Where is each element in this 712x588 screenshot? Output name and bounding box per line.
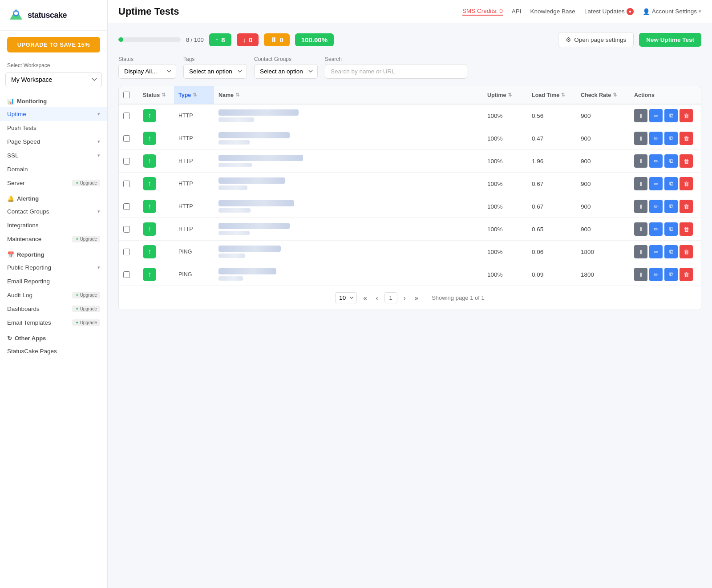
- edit-button[interactable]: ✏: [649, 200, 663, 213]
- sort-icon[interactable]: ⇅: [613, 92, 617, 98]
- delete-button[interactable]: 🗑: [680, 109, 693, 122]
- copy-button[interactable]: ⧉: [664, 109, 678, 122]
- sidebar-item-domain[interactable]: Domain: [0, 162, 107, 176]
- pause-button[interactable]: ⏸: [634, 245, 647, 258]
- copy-button[interactable]: ⧉: [664, 177, 678, 190]
- td-uptime: 100%: [483, 195, 527, 217]
- copy-button[interactable]: ⧉: [664, 222, 678, 236]
- sidebar-item-audit-log[interactable]: Audit Log ✦ Upgrade: [0, 288, 107, 302]
- status-filter-select[interactable]: Display All...: [118, 64, 176, 79]
- bell-icon: 🔔: [7, 195, 14, 202]
- td-type: HTTP: [174, 150, 214, 172]
- edit-button[interactable]: ✏: [649, 132, 663, 145]
- page-size-select[interactable]: 10: [335, 292, 357, 303]
- search-input[interactable]: [325, 64, 467, 79]
- pause-button[interactable]: ⏸: [634, 132, 647, 145]
- sidebar-item-statuscake-pages[interactable]: StatusCake Pages: [0, 344, 107, 358]
- last-page-button[interactable]: »: [412, 293, 421, 302]
- delete-button[interactable]: 🗑: [680, 245, 693, 258]
- th-type: Type ⇅: [174, 86, 214, 104]
- delete-button[interactable]: 🗑: [680, 200, 693, 213]
- edit-button[interactable]: ✏: [649, 268, 663, 281]
- row-checkbox[interactable]: [123, 158, 130, 165]
- edit-button[interactable]: ✏: [649, 154, 663, 168]
- td-uptime: 100%: [483, 127, 527, 149]
- sidebar-item-ssl[interactable]: SSL ▾: [0, 149, 107, 162]
- arrow-down-icon: ↓: [243, 36, 247, 44]
- down-count: ↓ 0: [237, 33, 259, 46]
- sidebar-item-contact-groups[interactable]: Contact Groups ▾: [0, 205, 107, 218]
- copy-button[interactable]: ⧉: [664, 200, 678, 213]
- delete-button[interactable]: 🗑: [680, 154, 693, 168]
- first-page-button[interactable]: «: [360, 293, 369, 302]
- edit-button[interactable]: ✏: [649, 177, 663, 190]
- row-checkbox[interactable]: [123, 226, 130, 233]
- sidebar-item-email-templates[interactable]: Email Templates ✦ Upgrade: [0, 316, 107, 330]
- sort-icon[interactable]: ⇅: [162, 92, 166, 98]
- contact-groups-filter-select[interactable]: Select an option: [254, 64, 318, 79]
- sort-icon[interactable]: ⇅: [561, 92, 565, 98]
- delete-button[interactable]: 🗑: [680, 268, 693, 281]
- row-checkbox[interactable]: [123, 135, 130, 142]
- copy-button[interactable]: ⧉: [664, 154, 678, 168]
- sort-icon[interactable]: ⇅: [235, 92, 239, 98]
- td-status: ↑: [138, 173, 174, 195]
- open-page-settings-button[interactable]: ⚙ Open page settings: [558, 32, 634, 47]
- name-blurred: [218, 155, 303, 161]
- row-checkbox[interactable]: [123, 271, 130, 278]
- table-row: ↑ HTTP 100% 0.67 900 ⏸ ✏ ⧉ 🗑: [119, 173, 701, 195]
- pause-button[interactable]: ⏸: [634, 200, 647, 213]
- pause-button[interactable]: ⏸: [634, 154, 647, 168]
- pause-button[interactable]: ⏸: [634, 268, 647, 281]
- select-all-checkbox[interactable]: [123, 92, 130, 98]
- latest-updates-link[interactable]: Latest Updates ●: [584, 8, 634, 15]
- row-checkbox[interactable]: [123, 181, 130, 187]
- workspace-select[interactable]: My Workspace: [5, 72, 102, 87]
- sidebar-item-maintenance[interactable]: Maintenance ✦ Upgrade: [0, 232, 107, 246]
- td-load-time: 0.06: [527, 241, 576, 263]
- prev-page-button[interactable]: ‹: [373, 293, 381, 302]
- sidebar-item-server[interactable]: Server ✦ Upgrade: [0, 176, 107, 190]
- edit-button[interactable]: ✏: [649, 109, 663, 122]
- upgrade-button[interactable]: UPGRADE TO SAVE 15%: [7, 37, 100, 52]
- upgrade-badge: ✦ Upgrade: [72, 180, 100, 186]
- td-check-rate: 900: [576, 150, 630, 172]
- row-checkbox[interactable]: [123, 113, 130, 119]
- td-actions: ⏸ ✏ ⧉ 🗑: [630, 127, 701, 149]
- td-name: [214, 105, 483, 127]
- row-checkbox[interactable]: [123, 249, 130, 255]
- sidebar-item-email-reporting[interactable]: Email Reporting: [0, 274, 107, 288]
- sms-credits-link[interactable]: SMS Credits: 0: [462, 8, 503, 16]
- sidebar-item-public-reporting[interactable]: Public Reporting ▾: [0, 261, 107, 274]
- knowledge-base-link[interactable]: Knowledge Base: [530, 8, 575, 15]
- delete-button[interactable]: 🗑: [680, 177, 693, 190]
- td-checkbox: [119, 150, 138, 172]
- delete-button[interactable]: 🗑: [680, 222, 693, 236]
- status-up-icon: ↑: [143, 268, 156, 281]
- tags-filter-select[interactable]: Select an option: [183, 64, 247, 79]
- sort-icon[interactable]: ⇅: [193, 92, 197, 98]
- next-page-button[interactable]: ›: [401, 293, 409, 302]
- pause-button[interactable]: ⏸: [634, 109, 647, 122]
- pause-button[interactable]: ⏸: [634, 177, 647, 190]
- copy-button[interactable]: ⧉: [664, 268, 678, 281]
- sidebar-item-dashboards[interactable]: Dashboards ✦ Upgrade: [0, 302, 107, 316]
- copy-button[interactable]: ⧉: [664, 245, 678, 258]
- copy-button[interactable]: ⧉: [664, 132, 678, 145]
- sidebar-item-integrations[interactable]: Integrations: [0, 218, 107, 232]
- api-link[interactable]: API: [512, 8, 522, 15]
- edit-button[interactable]: ✏: [649, 245, 663, 258]
- sidebar-item-page-speed[interactable]: Page Speed ▾: [0, 135, 107, 149]
- sidebar-item-push-tests[interactable]: Push Tests: [0, 121, 107, 135]
- new-uptime-test-button[interactable]: New Uptime Test: [639, 33, 701, 47]
- pause-button[interactable]: ⏸: [634, 222, 647, 236]
- account-settings-link[interactable]: 👤 Account Settings ▾: [643, 8, 701, 15]
- sidebar-item-uptime[interactable]: Uptime ▾: [0, 107, 107, 121]
- filters-bar: Status Display All... Tags Select an opt…: [118, 56, 701, 79]
- sort-icon[interactable]: ⇅: [508, 92, 512, 98]
- edit-button[interactable]: ✏: [649, 222, 663, 236]
- search-filter-group: Search: [325, 56, 701, 79]
- td-checkbox: [119, 127, 138, 149]
- delete-button[interactable]: 🗑: [680, 132, 693, 145]
- row-checkbox[interactable]: [123, 203, 130, 210]
